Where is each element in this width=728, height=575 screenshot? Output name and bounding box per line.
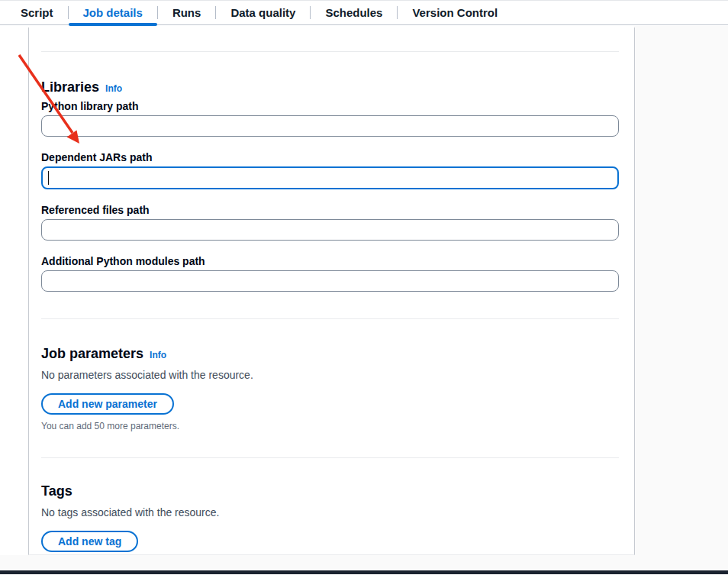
python-library-path-input[interactable] — [41, 115, 619, 137]
referenced-files-path-input[interactable] — [41, 219, 619, 241]
tab-job-details[interactable]: Job details — [69, 1, 157, 24]
dependent-jars-path-label: Dependent JARs path — [41, 150, 622, 164]
tab-schedules[interactable]: Schedules — [311, 1, 397, 24]
right-gutter — [634, 26, 728, 570]
tags-section-heading: Tags — [41, 483, 622, 499]
section-divider — [41, 457, 619, 458]
job-parameters-empty-text: No parameters associated with the resour… — [41, 367, 622, 383]
tab-runs[interactable]: Runs — [158, 1, 216, 24]
job-details-panel: Libraries Info Python library path Depen… — [28, 27, 635, 555]
add-new-parameter-button[interactable]: Add new parameter — [41, 393, 174, 415]
tab-script[interactable]: Script — [6, 1, 68, 24]
job-parameters-hint-text: You can add 50 more parameters. — [41, 420, 622, 432]
job-details-page: { "tabs": { "items": [ { "label": "Scrip… — [0, 0, 728, 575]
job-tabs: Script Job details Runs Data quality Sch… — [0, 0, 728, 25]
job-parameters-title: Job parameters — [41, 345, 143, 362]
referenced-files-path-label: Referenced files path — [41, 203, 622, 217]
libraries-section-heading: Libraries Info — [41, 79, 622, 95]
job-parameters-section-heading: Job parameters Info — [41, 345, 622, 362]
tab-data-quality[interactable]: Data quality — [216, 1, 310, 24]
add-new-tag-button[interactable]: Add new tag — [41, 531, 138, 552]
libraries-title: Libraries — [41, 79, 99, 95]
tab-version-control[interactable]: Version Control — [398, 1, 512, 24]
dependent-jars-path-input[interactable] — [41, 166, 619, 189]
panel-content: Libraries Info Python library path Depen… — [29, 51, 634, 552]
section-divider — [41, 318, 619, 319]
tags-title: Tags — [41, 483, 72, 499]
section-divider — [41, 51, 619, 52]
libraries-info-link[interactable]: Info — [105, 83, 122, 94]
tags-empty-text: No tags associated with the resource. — [41, 505, 622, 520]
python-library-path-label: Python library path — [41, 99, 622, 113]
text-cursor — [48, 171, 49, 185]
window-bottom-bar — [0, 570, 728, 574]
bottom-strip — [0, 555, 728, 570]
additional-python-modules-path-input[interactable] — [41, 270, 619, 292]
additional-python-modules-path-label: Additional Python modules path — [41, 254, 622, 268]
job-parameters-info-link[interactable]: Info — [150, 350, 166, 360]
